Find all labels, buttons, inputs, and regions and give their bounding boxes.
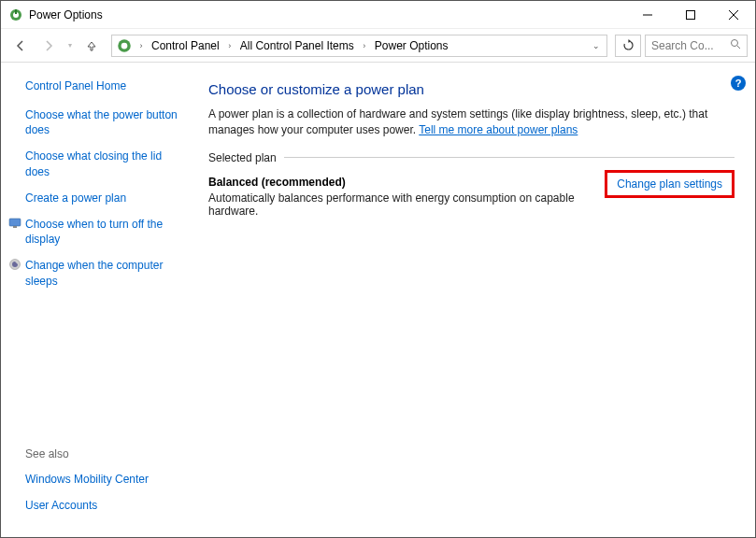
maximize-button[interactable] (669, 1, 712, 29)
svg-point-8 (121, 42, 128, 49)
svg-rect-4 (687, 10, 695, 19)
chevron-right-icon[interactable]: › (358, 35, 371, 56)
sidebar-link-turn-off-display[interactable]: Choose when to turn off the display (25, 217, 184, 247)
see-also-label: See also (25, 447, 184, 460)
svg-line-10 (737, 46, 740, 49)
minimize-button[interactable] (626, 1, 669, 29)
address-dropdown[interactable]: ⌄ (588, 35, 605, 56)
search-placeholder: Search Co... (651, 39, 714, 52)
sidebar-link-closing-lid[interactable]: Choose what closing the lid does (25, 149, 184, 178)
breadcrumb-power-options[interactable]: Power Options (371, 35, 452, 56)
divider (284, 157, 735, 158)
highlight-box: Change plan settings (605, 170, 735, 198)
display-icon (8, 217, 21, 230)
recent-locations-dropdown[interactable]: ▾ (64, 34, 76, 58)
breadcrumb-all-items[interactable]: All Control Panel Items (236, 35, 358, 56)
sidebar: Control Panel Home Choose what the power… (1, 63, 197, 537)
search-icon (730, 38, 741, 52)
see-also-user-accounts[interactable]: User Accounts (25, 498, 184, 513)
section-label: Selected plan (208, 151, 277, 164)
see-also-section: See also Windows Mobility Center User Ac… (25, 429, 184, 524)
window-title: Power Options (29, 8, 103, 21)
sidebar-link-power-button[interactable]: Choose what the power button does (25, 107, 184, 137)
sleep-icon (8, 258, 21, 271)
plan-row: Balanced (recommended) Automatically bal… (208, 176, 735, 218)
sidebar-link-computer-sleeps[interactable]: Change when the computer sleeps (25, 258, 184, 288)
breadcrumb-control-panel[interactable]: Control Panel (148, 35, 223, 56)
tell-me-more-link[interactable]: Tell me more about power plans (419, 123, 578, 136)
control-panel-home-link[interactable]: Control Panel Home (25, 79, 184, 92)
selected-plan-section: Selected plan (208, 151, 735, 164)
power-options-icon (8, 7, 23, 22)
navigation-bar: ▾ › Control Panel › All Control Panel It… (1, 29, 755, 63)
page-description: A power plan is a collection of hardware… (208, 106, 735, 138)
plan-info: Balanced (recommended) Automatically bal… (208, 176, 593, 218)
help-icon[interactable]: ? (731, 76, 746, 91)
chevron-right-icon[interactable]: › (135, 35, 148, 56)
up-button[interactable] (79, 34, 104, 58)
address-bar[interactable]: › Control Panel › All Control Panel Item… (111, 35, 607, 57)
sidebar-link-create-plan[interactable]: Create a power plan (25, 191, 184, 205)
svg-rect-11 (9, 219, 21, 226)
svg-point-9 (732, 40, 738, 47)
main-panel: Choose or customize a power plan A power… (197, 63, 755, 537)
chevron-right-icon[interactable]: › (223, 35, 236, 56)
change-plan-settings-link[interactable]: Change plan settings (617, 177, 722, 191)
forward-button[interactable] (36, 34, 61, 58)
power-options-icon (116, 37, 133, 54)
page-heading: Choose or customize a power plan (208, 81, 735, 97)
content-area: ? Control Panel Home Choose what the pow… (1, 63, 755, 537)
see-also-mobility-center[interactable]: Windows Mobility Center (25, 472, 184, 487)
refresh-button[interactable] (615, 35, 641, 57)
plan-name: Balanced (recommended) (208, 176, 593, 189)
back-button[interactable] (8, 34, 33, 58)
close-button[interactable] (712, 1, 755, 29)
svg-rect-2 (15, 9, 17, 14)
svg-rect-12 (13, 226, 17, 228)
plan-description: Automatically balances performance with … (208, 191, 593, 218)
titlebar: Power Options (1, 1, 755, 29)
window-controls (626, 1, 755, 29)
search-input[interactable]: Search Co... (645, 35, 748, 57)
